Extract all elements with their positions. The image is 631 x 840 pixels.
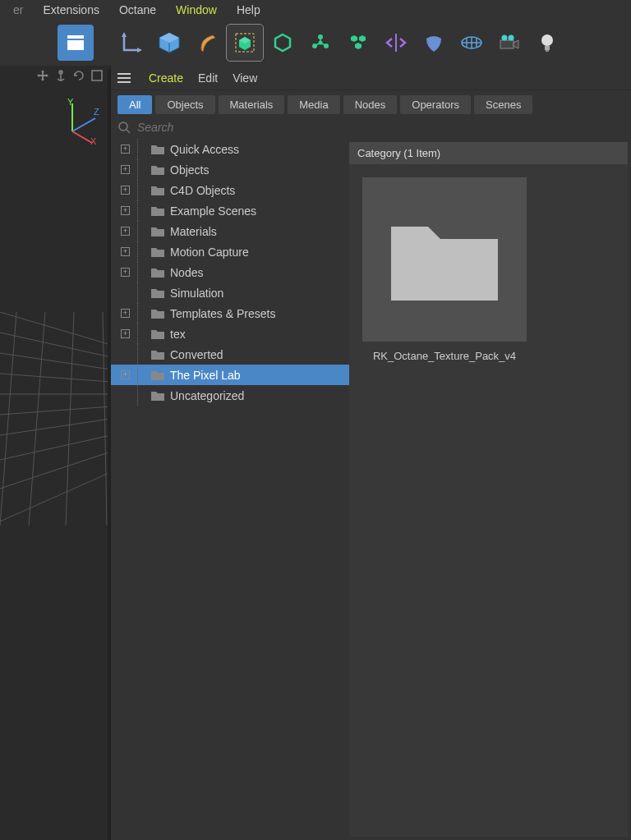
tree-line xyxy=(137,241,147,262)
expand-icon[interactable]: + xyxy=(121,165,130,174)
svg-rect-7 xyxy=(395,34,397,52)
tree-item-label: The Pixel Lab xyxy=(170,369,241,382)
tree-item-label: Simulation xyxy=(170,287,223,300)
svg-line-27 xyxy=(0,406,111,415)
panel-resizer[interactable] xyxy=(108,69,111,840)
tree-item[interactable]: +tex xyxy=(111,324,349,344)
svg-line-18 xyxy=(72,118,95,131)
svg-line-22 xyxy=(0,312,111,345)
menu-window[interactable]: Window xyxy=(166,3,227,16)
svg-rect-0 xyxy=(67,35,84,39)
expand-icon[interactable]: + xyxy=(121,145,130,154)
svg-line-20 xyxy=(72,131,92,143)
svg-rect-15 xyxy=(92,71,102,80)
expand-icon[interactable]: + xyxy=(121,227,130,236)
tree-item[interactable]: +Example Scenes xyxy=(111,200,349,221)
category-header: Category (1 Item) xyxy=(349,142,628,164)
tree-line xyxy=(137,303,147,324)
tab-scenes[interactable]: Scenes xyxy=(474,95,532,114)
tool-assets-icon[interactable] xyxy=(58,25,94,61)
tool-camera-icon[interactable] xyxy=(491,25,527,61)
panel-menu-view[interactable]: View xyxy=(233,71,257,85)
main-toolbar xyxy=(0,20,631,66)
tree-spacer xyxy=(121,288,130,297)
tree-spacer xyxy=(121,350,130,359)
menu-help[interactable]: Help xyxy=(227,3,270,16)
svg-point-10 xyxy=(502,35,508,41)
tree-item-label: Quick Access xyxy=(170,143,239,156)
folder-thumbnail[interactable] xyxy=(362,177,527,342)
hamburger-icon[interactable] xyxy=(117,73,131,83)
tool-axis-icon[interactable] xyxy=(113,25,150,61)
menu-truncated[interactable]: er xyxy=(3,3,33,16)
tree-item[interactable]: +Motion Capture xyxy=(111,241,349,262)
category-item-label: RK_Octane_Texture_Pack_v4 xyxy=(362,350,527,362)
svg-line-32 xyxy=(0,312,16,526)
svg-point-11 xyxy=(509,35,514,41)
tree-item[interactable]: +Quick Access xyxy=(111,139,349,159)
expand-icon[interactable]: + xyxy=(121,370,130,379)
expand-icon[interactable]: + xyxy=(121,268,130,277)
tool-cluster-icon[interactable] xyxy=(340,25,376,61)
svg-line-30 xyxy=(0,452,111,489)
frame-icon[interactable] xyxy=(90,69,104,82)
rotate-icon[interactable] xyxy=(72,69,85,82)
tree-line xyxy=(137,180,147,200)
tab-materials[interactable]: Materials xyxy=(219,95,285,114)
tree-item[interactable]: Simulation xyxy=(111,282,349,303)
tool-light-icon[interactable] xyxy=(529,25,565,61)
tree-item[interactable]: Uncategorized xyxy=(111,385,349,406)
tool-field-icon[interactable] xyxy=(416,25,452,61)
category-item[interactable]: RK_Octane_Texture_Pack_v4 xyxy=(362,177,527,362)
tree-item[interactable]: +Materials xyxy=(111,221,349,241)
search-input[interactable] xyxy=(137,121,624,134)
tool-instance-icon[interactable] xyxy=(302,25,339,61)
expand-icon[interactable]: + xyxy=(121,329,130,338)
viewport-tools xyxy=(0,66,110,89)
svg-line-37 xyxy=(127,130,130,133)
expand-icon[interactable]: + xyxy=(121,186,130,195)
viewport-panel[interactable]: Y Z X xyxy=(0,66,111,840)
tree-item[interactable]: +Nodes xyxy=(111,262,349,282)
tool-grid-icon[interactable] xyxy=(454,25,490,61)
svg-line-34 xyxy=(66,312,74,526)
tab-objects[interactable]: Objects xyxy=(155,95,214,114)
tree-item[interactable]: +C4D Objects xyxy=(111,180,349,200)
search-icon[interactable] xyxy=(117,121,131,134)
svg-line-35 xyxy=(103,312,107,526)
tool-pen-icon[interactable] xyxy=(189,25,225,61)
tree-panel[interactable]: +Quick Access+Objects+C4D Objects+Exampl… xyxy=(111,139,349,840)
svg-line-24 xyxy=(0,353,111,370)
expand-icon[interactable]: + xyxy=(121,309,130,318)
tree-item[interactable]: +The Pixel Lab xyxy=(111,365,349,385)
svg-line-29 xyxy=(0,435,111,460)
axis-gizmo-icon[interactable]: Y Z X xyxy=(58,99,104,145)
tree-item[interactable]: +Templates & Presets xyxy=(111,303,349,324)
tool-symmetry-icon[interactable] xyxy=(378,25,414,61)
tool-deformer-icon[interactable] xyxy=(265,25,301,61)
viewport-grid xyxy=(0,312,111,526)
tree-item[interactable]: +Objects xyxy=(111,159,349,180)
anchor-icon[interactable] xyxy=(54,69,67,82)
tab-media[interactable]: Media xyxy=(288,95,339,114)
menu-extensions[interactable]: Extensions xyxy=(33,3,108,16)
move-icon[interactable] xyxy=(36,69,49,82)
menu-octane[interactable]: Octane xyxy=(109,3,166,16)
tab-nodes[interactable]: Nodes xyxy=(343,95,398,114)
tab-all[interactable]: All xyxy=(117,95,152,114)
tree-item[interactable]: Converted xyxy=(111,344,349,365)
tab-operators[interactable]: Operators xyxy=(400,95,471,114)
tool-bounding-box-icon[interactable] xyxy=(227,25,263,61)
svg-text:Y: Y xyxy=(67,99,74,107)
svg-text:Z: Z xyxy=(94,107,99,117)
panel-menu: Create Edit View xyxy=(111,66,631,90)
top-menu-bar: er Extensions Octane Window Help xyxy=(0,0,631,20)
tool-cube-icon[interactable] xyxy=(151,25,187,61)
expand-icon[interactable]: + xyxy=(121,206,130,215)
expand-icon[interactable]: + xyxy=(121,247,130,256)
asset-browser-panel: Create Edit View All Objects Materials M… xyxy=(111,66,631,840)
panel-menu-edit[interactable]: Edit xyxy=(198,71,218,85)
tree-item-label: Uncategorized xyxy=(170,389,244,402)
svg-line-28 xyxy=(0,419,111,435)
panel-menu-create[interactable]: Create xyxy=(149,71,183,85)
